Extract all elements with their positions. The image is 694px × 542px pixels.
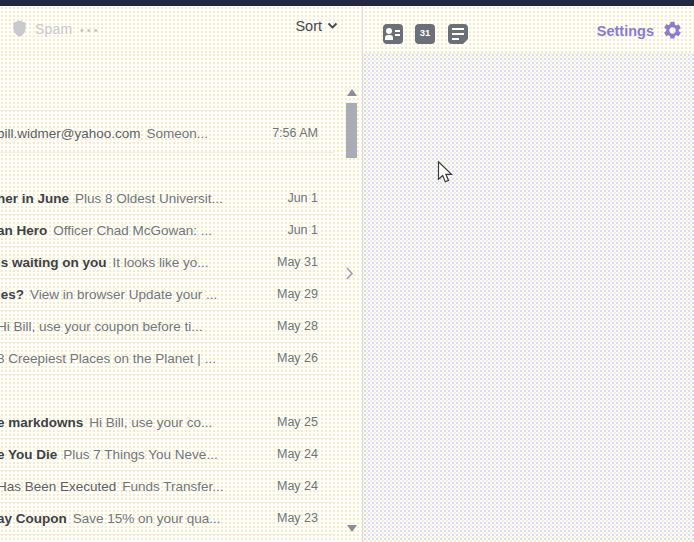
email-list: bill.widmer@yahoo.comSomeon...7:56 AMher… xyxy=(0,53,362,542)
email-list-item[interactable]: bill.widmer@yahoo.comSomeon...7:56 AM xyxy=(0,114,334,153)
email-snippet: Plus 7 Things You Neve... xyxy=(63,447,217,462)
email-list-item[interactable]: is waiting on youIt looks like yo...May … xyxy=(0,246,334,279)
email-date: Jun 1 xyxy=(279,223,334,237)
calendar-icon: 31 xyxy=(415,24,435,44)
collapse-pane-handle[interactable] xyxy=(341,261,357,285)
email-date: May 23 xyxy=(269,511,334,525)
reading-pane xyxy=(363,53,694,542)
chevron-down-icon xyxy=(327,22,338,30)
email-list-item[interactable]: Hi Bill, use your coupon before ti...May… xyxy=(0,310,334,343)
email-date: May 24 xyxy=(269,447,334,461)
email-list-item[interactable]: e You DiePlus 7 Things You Neve...May 24 xyxy=(0,438,334,471)
email-date: May 26 xyxy=(269,351,334,365)
email-list-item[interactable]: ay CouponSave 15% on your qua...May 23 xyxy=(0,502,334,535)
folder-toolbar: Spam ••• Sort xyxy=(0,6,362,53)
settings-button[interactable]: Settings xyxy=(597,20,683,41)
spam-button[interactable]: Spam xyxy=(10,19,72,38)
scrollbar-up-icon[interactable] xyxy=(347,89,357,96)
email-snippet: Someon... xyxy=(147,126,209,141)
spam-button-label: Spam xyxy=(35,21,72,37)
email-snippet: Officer Chad McGowan: ... xyxy=(53,223,212,238)
spam-shield-icon xyxy=(10,19,29,38)
email-date: May 25 xyxy=(269,415,334,429)
email-subject: is waiting on you xyxy=(0,255,107,270)
email-snippet: Hi Bill, use your coupon before ti... xyxy=(0,319,203,334)
email-subject: e You Die xyxy=(0,447,57,462)
email-date: May 29 xyxy=(269,287,334,301)
settings-button-label: Settings xyxy=(597,23,654,39)
contacts-icon xyxy=(383,24,403,44)
email-subject: e markdowns xyxy=(0,415,83,430)
notepad-button[interactable] xyxy=(448,24,469,45)
email-list-item[interactable]: 8 Creepiest Places on the Planet | ...Ma… xyxy=(0,342,334,375)
sort-button[interactable]: Sort xyxy=(295,18,338,34)
email-list-item[interactable]: an HeroOfficer Chad McGowan: ...Jun 1 xyxy=(0,214,334,247)
scrollbar-thumb[interactable] xyxy=(346,103,357,158)
email-subject: an Hero xyxy=(0,223,47,238)
email-list-item[interactable]: her in JunePlus 8 Oldest Universit...Jun… xyxy=(0,182,334,215)
email-snippet: View in browser Update your ... xyxy=(30,287,217,302)
email-date: 7:56 AM xyxy=(264,126,334,140)
email-snippet: Funds Transfer... xyxy=(122,479,223,494)
list-separator xyxy=(0,110,336,111)
email-snippet: Plus 8 Oldest Universit... xyxy=(75,191,223,206)
calendar-button[interactable]: 31 xyxy=(415,24,436,45)
calendar-day-label: 31 xyxy=(415,27,435,38)
email-snippet: It looks like yo... xyxy=(113,255,209,270)
email-date: Jun 1 xyxy=(279,191,334,205)
email-subject: bill.widmer@yahoo.com xyxy=(0,126,141,141)
email-date: May 24 xyxy=(269,479,334,493)
email-snippet: Hi Bill, use your co... xyxy=(89,415,212,430)
email-date: May 28 xyxy=(269,319,334,333)
more-options-button[interactable]: ••• xyxy=(80,19,101,41)
email-date: May 31 xyxy=(269,255,334,269)
email-list-item[interactable]: e markdownsHi Bill, use your co...May 25 xyxy=(0,406,334,439)
contacts-button[interactable] xyxy=(383,24,404,45)
email-subject: ay Coupon xyxy=(0,511,67,526)
email-snippet: 8 Creepiest Places on the Planet | ... xyxy=(0,351,216,366)
scrollbar-down-icon[interactable] xyxy=(347,525,357,532)
email-list-item[interactable]: ies?View in browser Update your ...May 2… xyxy=(0,278,334,311)
notepad-icon xyxy=(448,24,468,44)
gear-icon xyxy=(662,20,683,41)
sort-button-label: Sort xyxy=(295,18,322,34)
email-subject: Has Been Executed xyxy=(0,479,116,494)
chevron-right-icon xyxy=(345,266,354,281)
email-subject: ies? xyxy=(0,287,24,302)
app-header: Spam ••• Sort 31 Settings xyxy=(0,6,694,54)
email-subject: her in June xyxy=(0,191,69,206)
email-list-item[interactable]: Has Been ExecutedFunds Transfer...May 24 xyxy=(0,470,334,503)
email-snippet: Save 15% on your qua... xyxy=(73,511,221,526)
